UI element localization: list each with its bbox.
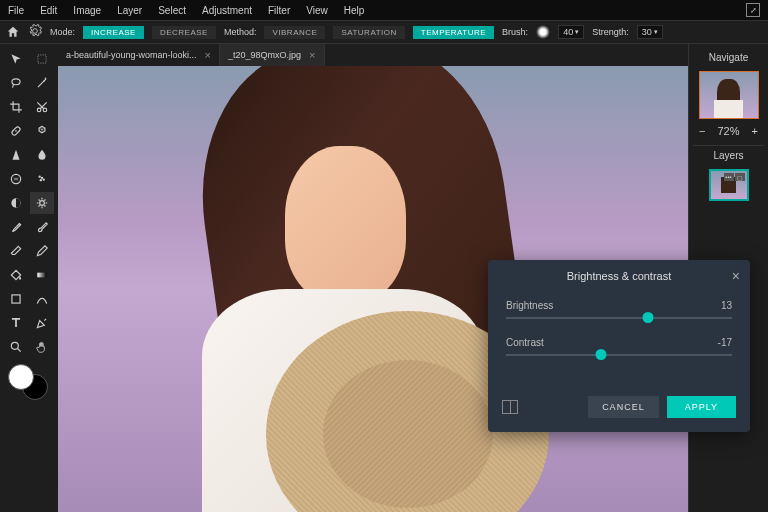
menu-select[interactable]: Select [158,5,186,16]
brightness-slider[interactable] [506,317,732,319]
menubar: File Edit Image Layer Select Adjustment … [0,0,768,20]
options-toolbar: Mode: INCREASE DECREASE Method: VIBRANCE… [0,20,768,44]
close-icon[interactable]: × [732,268,740,284]
method-temperature-button[interactable]: TEMPERATURE [413,26,494,39]
mode-increase-button[interactable]: INCREASE [83,26,144,39]
close-icon[interactable]: × [309,49,315,61]
gradient-tool[interactable] [30,264,54,286]
method-vibrance-button[interactable]: VIBRANCE [264,26,325,39]
svg-point-1 [12,79,20,85]
layer-option-icon[interactable]: ••• [724,173,734,181]
zoom-in-button[interactable]: + [752,125,758,137]
heal-tool[interactable] [4,120,28,142]
svg-point-8 [40,179,42,181]
text-tool[interactable] [4,312,28,334]
svg-point-15 [11,342,18,349]
zoom-level: 72% [717,125,739,137]
layer-mask-icon[interactable]: ▢ [735,173,745,181]
tab-document-2[interactable]: _t20_98QmxO.jpg× [220,44,324,66]
contrast-value: -17 [718,337,732,348]
apply-button[interactable]: APPLY [667,396,736,418]
brush-tool[interactable] [30,216,54,238]
close-icon[interactable]: × [205,49,211,61]
menu-image[interactable]: Image [73,5,101,16]
navigator-thumbnail[interactable] [699,71,759,119]
svg-point-6 [39,176,41,178]
svg-point-7 [41,177,43,179]
cut-tool[interactable] [30,96,54,118]
liquify-tool[interactable] [4,168,28,190]
menu-adjustment[interactable]: Adjustment [202,5,252,16]
clone-tool[interactable] [30,120,54,142]
contrast-slider[interactable] [506,354,732,356]
tool-palette [0,44,58,512]
brush-size-input[interactable]: 40 ▾ [558,25,584,39]
dodge-tool[interactable] [4,192,28,214]
eraser-tool[interactable] [4,240,28,262]
home-icon[interactable] [6,25,20,39]
document-tabs: a-beautiful-young-woman-looki...× _t20_9… [58,44,688,66]
mode-decrease-button[interactable]: DECREASE [152,26,216,39]
fullscreen-icon[interactable]: ⤢ [746,3,760,17]
settings-icon[interactable] [28,24,42,40]
method-saturation-button[interactable]: SATURATION [333,26,404,39]
layers-panel-title: Layers [693,145,764,165]
smudge-tool[interactable] [30,168,54,190]
sponge-tool[interactable] [30,192,54,214]
tab-document-1[interactable]: a-beautiful-young-woman-looki...× [58,44,220,66]
foreground-color[interactable] [8,364,34,390]
cancel-button[interactable]: CANCEL [588,396,659,418]
brush-preview-icon[interactable] [536,25,550,39]
strength-label: Strength: [592,27,629,37]
menu-filter[interactable]: Filter [268,5,290,16]
compare-icon[interactable] [502,400,518,414]
fill-tool[interactable] [4,264,28,286]
svg-point-9 [43,178,45,180]
strength-input[interactable]: 30 ▾ [637,25,663,39]
svg-rect-14 [12,295,20,303]
brightness-label: Brightness [506,300,553,311]
menu-file[interactable]: File [8,5,24,16]
blur-tool[interactable] [30,144,54,166]
line-tool[interactable] [30,288,54,310]
zoom-out-button[interactable]: − [699,125,705,137]
wand-tool[interactable] [30,72,54,94]
pencil-tool[interactable] [30,240,54,262]
move-tool[interactable] [4,48,28,70]
crop-tool[interactable] [4,96,28,118]
menu-edit[interactable]: Edit [40,5,57,16]
dialog-title: Brightness & contrast [567,270,672,282]
hand-tool[interactable] [30,336,54,358]
shape-tool[interactable] [4,288,28,310]
lasso-tool[interactable] [4,72,28,94]
sharpen-tool[interactable] [4,144,28,166]
eyedropper-tool[interactable] [4,216,28,238]
mode-label: Mode: [50,27,75,37]
navigate-panel-title: Navigate [693,48,764,67]
pen-tool[interactable] [30,312,54,334]
brightness-value: 13 [721,300,732,311]
svg-point-12 [40,201,45,206]
contrast-label: Contrast [506,337,544,348]
svg-rect-0 [38,55,46,63]
color-swatches[interactable] [4,364,54,404]
brush-label: Brush: [502,27,528,37]
layer-thumbnail[interactable]: •••▢ [709,169,749,201]
method-label: Method: [224,27,257,37]
brightness-contrast-dialog: Brightness & contrast × Brightness 13 Co… [488,260,750,432]
svg-rect-13 [37,273,46,278]
marquee-tool[interactable] [30,48,54,70]
menu-view[interactable]: View [306,5,328,16]
zoom-tool[interactable] [4,336,28,358]
menu-layer[interactable]: Layer [117,5,142,16]
menu-help[interactable]: Help [344,5,365,16]
